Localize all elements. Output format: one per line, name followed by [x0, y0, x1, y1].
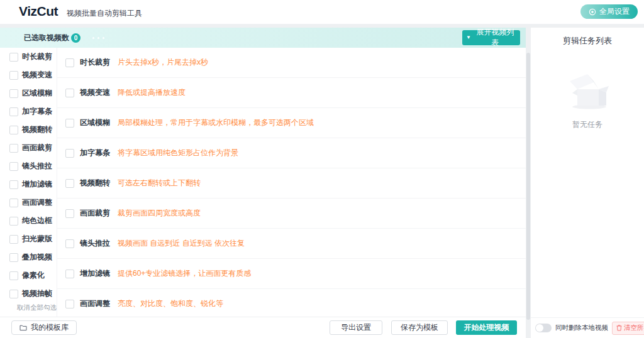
feature-title: 画面调整: [80, 298, 110, 309]
gear-icon: [589, 8, 596, 16]
clear-all-tasks-button[interactable]: 清空所有任务: [612, 322, 644, 335]
sidebar-item-checkbox[interactable]: [9, 144, 18, 153]
sidebar-item-label: 画面调整: [22, 197, 52, 208]
export-settings-button[interactable]: 导出设置: [330, 320, 382, 335]
my-templates-label: 我的模板库: [31, 322, 69, 333]
sidebar-item-checkbox[interactable]: [9, 290, 18, 298]
start-processing-button[interactable]: 开始处理视频: [456, 320, 517, 335]
feature-checkbox[interactable]: [65, 119, 74, 128]
sidebar-item-checkbox[interactable]: [9, 107, 18, 116]
feature-title: 区域模糊: [80, 117, 110, 128]
sidebar-item-checkbox[interactable]: [9, 162, 18, 171]
feature-row: 视频变速 降低或提高播放速度: [57, 78, 526, 108]
feature-title: 视频翻转: [80, 178, 110, 188]
sidebar-item-checkbox[interactable]: [9, 217, 18, 226]
feature-description: 局部模糊处理，常用于字幕或水印模糊，最多可选两个区域: [118, 117, 314, 128]
feature-row: 区域模糊 局部模糊处理，常用于字幕或水印模糊，最多可选两个区域: [57, 108, 526, 138]
sidebar-item[interactable]: 扫光蒙版: [0, 230, 57, 248]
feature-title: 镜头推拉: [80, 238, 110, 249]
task-panel-footer: 同时删除本地视频 清空所有任务: [531, 317, 644, 338]
feature-checkbox[interactable]: [65, 209, 74, 218]
sidebar-item-label: 纯色边框: [22, 215, 52, 226]
empty-state-text: 暂无任务: [531, 119, 644, 130]
sidebar-item[interactable]: 叠加视频: [0, 248, 57, 266]
sidebar-item-checkbox[interactable]: [9, 235, 18, 244]
folder-icon: [19, 324, 27, 331]
sidebar-item[interactable]: 视频抽帧: [0, 285, 57, 303]
feature-checkbox[interactable]: [65, 300, 74, 308]
sidebar-item-label: 视频抽帧: [22, 288, 52, 299]
sidebar-item-label: 像素化: [22, 270, 45, 281]
sidebar-item-label: 增加滤镜: [22, 179, 52, 190]
sidebar-item-label: 视频变速: [22, 70, 52, 80]
feature-description: 裁剪画面四周宽度或高度: [118, 208, 201, 219]
sidebar-item-checkbox[interactable]: [9, 126, 18, 134]
sidebar-item-checkbox[interactable]: [9, 71, 18, 80]
sidebar-item[interactable]: 时长裁剪: [0, 48, 57, 66]
sidebar-item[interactable]: 镜头推拉: [0, 157, 57, 175]
app-subtitle: 视频批量自动剪辑工具: [67, 8, 142, 19]
selection-toolbar: 已选取视频数 0 ▼ 展开视频列表: [0, 28, 526, 48]
delete-local-toggle[interactable]: [535, 324, 552, 332]
uncheck-all-link[interactable]: 取消全部勾选: [17, 303, 57, 312]
feature-checkbox[interactable]: [65, 239, 74, 248]
sidebar-item-checkbox[interactable]: [9, 271, 18, 280]
sidebar-item-label: 加字幕条: [22, 106, 52, 117]
sidebar-item-label: 扫光蒙版: [22, 234, 52, 244]
save-as-template-button[interactable]: 保存为模板: [391, 320, 448, 335]
sidebar-item[interactable]: 像素化: [0, 266, 57, 285]
caret-down-icon: ▼: [466, 35, 471, 40]
sidebar-item[interactable]: 画面裁剪: [0, 139, 57, 157]
sidebar-item-label: 画面裁剪: [22, 143, 52, 153]
sidebar-item[interactable]: 区域模糊: [0, 84, 57, 102]
sidebar-item[interactable]: 加字幕条: [0, 102, 57, 121]
selected-count-badge: 0: [71, 33, 80, 43]
feature-row: 视频翻转 可选左右翻转或上下翻转: [57, 168, 526, 199]
feature-checkbox[interactable]: [65, 149, 74, 158]
sidebar-item[interactable]: 视频变速: [0, 66, 57, 84]
expand-video-list-button[interactable]: ▼ 展开视频列表: [462, 30, 520, 45]
feature-title: 画面裁剪: [80, 208, 110, 219]
sidebar-item[interactable]: 视频翻转: [0, 121, 57, 139]
feature-title: 视频变速: [80, 87, 110, 98]
feature-checkbox[interactable]: [65, 58, 74, 67]
feature-description: 将字幕区域用纯色矩形占位作为背景: [118, 148, 238, 158]
sidebar-item-label: 区域模糊: [22, 88, 52, 99]
empty-state: 暂无任务: [531, 67, 644, 130]
task-panel-title: 剪辑任务列表: [531, 28, 644, 46]
feature-description: 降低或提高播放速度: [118, 87, 186, 98]
feature-checkbox[interactable]: [65, 89, 74, 97]
global-settings-label: 全局设置: [599, 6, 630, 17]
sidebar-item[interactable]: 画面调整: [0, 194, 57, 212]
delete-local-label: 同时删除本地视频: [555, 324, 608, 332]
sidebar-item-checkbox[interactable]: [9, 89, 18, 98]
sidebar-item[interactable]: 纯色边框: [0, 212, 57, 230]
expand-video-list-label: 展开视频列表: [474, 27, 516, 48]
clear-all-tasks-label: 清空所有任务: [624, 324, 644, 332]
scrollbar-track: [526, 28, 531, 338]
sidebar-item-checkbox[interactable]: [9, 180, 18, 189]
selected-videos-label: 已选取视频数: [24, 28, 69, 48]
feature-checkbox[interactable]: [65, 270, 74, 278]
feature-row: 画面裁剪 裁剪画面四周宽度或高度: [57, 199, 526, 229]
global-settings-button[interactable]: 全局设置: [580, 4, 638, 19]
app-header: VizCut 视频批量自动剪辑工具 全局设置: [0, 0, 644, 24]
scrollbar-thumb[interactable]: [526, 53, 530, 320]
sidebar-item-checkbox[interactable]: [9, 199, 18, 207]
sidebar-item-label: 镜头推拉: [22, 161, 52, 172]
feature-description: 提供60+专业滤镜选择，让画面更有质感: [118, 268, 251, 279]
my-templates-button[interactable]: 我的模板库: [11, 320, 77, 335]
sidebar-item-label: 视频翻转: [22, 124, 52, 135]
trash-icon: [616, 325, 622, 331]
sidebar-item-checkbox[interactable]: [9, 253, 18, 262]
feature-row: 镜头推拉 视频画面 自远到近 自近到远 依次往复: [57, 229, 526, 259]
feature-row: 增加滤镜 提供60+专业滤镜选择，让画面更有质感: [57, 259, 526, 289]
feature-row: 画面调整 亮度、对比度、饱和度、锐化等: [57, 289, 526, 317]
toggle-knob: [536, 324, 543, 332]
sidebar-item-checkbox[interactable]: [9, 53, 18, 62]
sidebar-item[interactable]: 增加滤镜: [0, 175, 57, 194]
sidebar-item-label: 叠加视频: [22, 252, 52, 263]
feature-checkbox[interactable]: [65, 179, 74, 188]
sidebar-item-list: 时长裁剪 视频变速 区域模糊 加字幕条 视频翻转 画面裁剪 镜头推拉 增加滤镜 …: [0, 48, 57, 303]
feature-description: 片头去掉x秒，片尾去掉x秒: [118, 57, 208, 68]
